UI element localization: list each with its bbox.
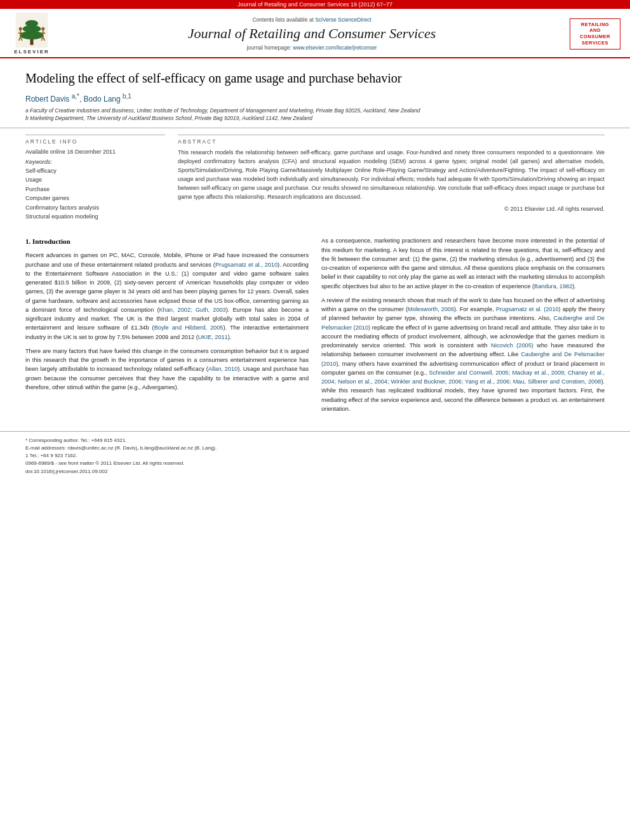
sciverse-link[interactable]: SciVerse ScienceDirect [315,17,371,23]
retailing-box-title: RETAILINGANDCONSUMERSERVICES [573,22,617,46]
ref-schneider[interactable]: Schneider and Cornwell, 2005; Mackay et … [321,370,605,385]
elsevier-tree-icon [13,13,51,48]
journal-title-display: Journal of Retailing and Consumer Servic… [64,25,560,42]
author-bodo-lang[interactable]: Bodo Lang [84,95,121,103]
ref-prugsamatz[interactable]: Prugsamatz et al., 2010 [215,262,278,268]
body-para-4: A review of the existing research shows … [321,296,605,413]
article-info-abstract-section: ARTICLE INFO Available online 16 Decembe… [0,128,630,227]
keyword-usage: Usage [25,175,165,184]
homepage-url[interactable]: www.elsevier.com/locate/jretconser [293,44,377,51]
article-main-title: Modeling the effect of self-efficacy on … [25,70,605,86]
svg-point-10 [41,27,44,30]
ref-prugsamatz2[interactable]: Prugsamatz et al. (2010) [496,306,561,312]
ref-molesworth[interactable]: Molesworth, 2006 [408,306,454,312]
header-right: RETAILINGANDCONSUMERSERVICES [566,18,624,50]
ref-khan-guth[interactable]: Khan, 2002; Guth, 2003 [159,307,225,313]
journal-homepage-line: journal homepage: www.elsevier.com/locat… [64,44,560,51]
body-para-1: Recent advances in games on PC, MAC, Con… [25,251,309,342]
body-para-2: There are many factors that have fueled … [25,347,309,392]
keyword-computer-games: Computer games [25,194,165,203]
article-authors: Robert Davis a,*, Bodo Lang b,1 [25,93,605,103]
svg-point-4 [25,20,38,27]
keyword-sem: Structural equation modeling [25,212,165,221]
retailing-box: RETAILINGANDCONSUMERSERVICES [570,18,620,50]
corresponding-note: * Corresponding author. Tel.: +649 815 4… [25,437,605,444]
doi-line: doi:10.1016/j.jretconser.2011.09.002 [25,469,605,474]
ref-boyle[interactable]: Boyle and Hibberd, 2005 [154,324,224,331]
ref-cauberghe1[interactable]: Cauberghe and De Pelsmacker (2010) [321,315,605,330]
tel2-line: 1 Tel.: +64 9 923 7162. [25,452,605,460]
journal-header: ELSEVIER Contents lists available at Sci… [0,9,630,58]
available-online: Available online 16 December 2011 [25,149,165,155]
header-left: ELSEVIER [6,13,57,55]
intro-section-title: 1. Introduction [25,236,309,247]
homepage-label: journal homepage: [246,44,291,51]
article-info-column: ARTICLE INFO Available online 16 Decembe… [25,135,165,221]
keyword-self-efficacy: Self-efficacy [25,166,165,175]
body-para-3: As a consequence, marketing practioners … [321,236,605,291]
article-title-section: Modeling the effect of self-efficacy on … [0,58,630,128]
ref-allan[interactable]: Allan, 2010 [208,366,238,372]
email-line: E-mail addresses: rdavis@unitec.ac.nz (R… [25,444,605,452]
article-info-header: ARTICLE INFO [25,135,165,145]
header-center: Contents lists available at SciVerse Sci… [57,17,566,51]
ref-nicovich[interactable]: Nicovich (2005) [491,342,533,349]
affiliation-a: a Faculty of Creative Industries and Bus… [25,107,605,114]
ref-cauberghe2[interactable]: Cauberghe and De Pelsmacker (2010) [321,351,605,366]
svg-point-5 [19,27,22,30]
keyword-cfa: Confirmatory factors analysis [25,203,165,212]
copyright-line: © 2011 Elsevier Ltd. All rights reserved… [178,206,605,212]
affiliation-b: b Marketing Department, The University o… [25,115,605,121]
abstract-column: ABSTRACT This research models the relati… [178,135,605,221]
contents-available-line: Contents lists available at SciVerse Sci… [64,17,560,23]
abstract-text: This research models the relationship be… [178,149,605,202]
journal-citation: Journal of Retailing and Consumer Servic… [238,1,392,8]
elsevier-wordmark: ELSEVIER [14,49,50,55]
body-content: 1. Introduction Recent advances in games… [0,227,630,425]
ref-ukie[interactable]: UKIE, 2011 [198,334,228,340]
keyword-purchase: Purchase [25,185,165,194]
elsevier-logo: ELSEVIER [6,13,57,55]
issn-line: 0969-6989/$ - see front matter © 2011 El… [25,460,605,467]
top-bar: Journal of Retailing and Consumer Servic… [0,0,630,9]
keywords-label: Keywords: [25,159,165,165]
author-robert-davis[interactable]: Robert Davis [25,95,69,103]
ref-bandura[interactable]: Bandura, 1982 [534,283,572,290]
footer-section: * Corresponding author. Tel.: +649 815 4… [0,431,630,477]
body-col-left: 1. Introduction Recent advances in games… [25,236,309,418]
body-col-right: As a consequence, marketing practioners … [321,236,605,418]
abstract-header: ABSTRACT [178,135,605,145]
